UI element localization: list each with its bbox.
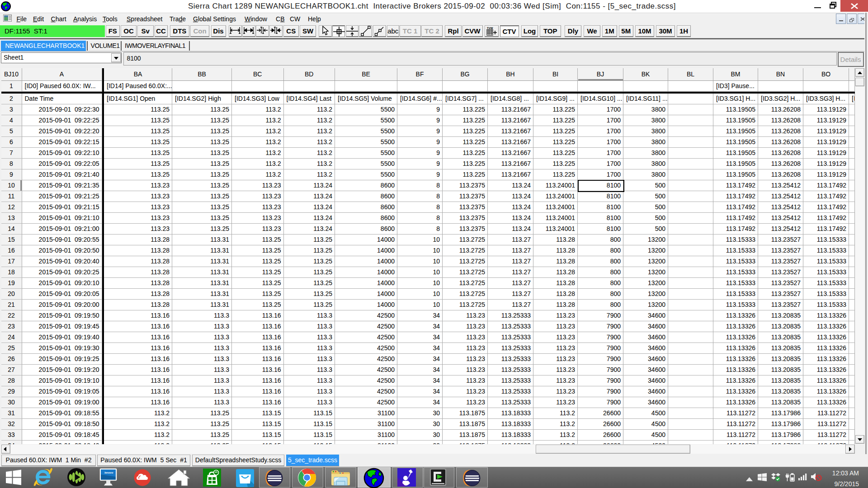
svg-text:TVW: TVW	[487, 27, 493, 29]
svg-text:lenovo: lenovo	[104, 471, 113, 474]
